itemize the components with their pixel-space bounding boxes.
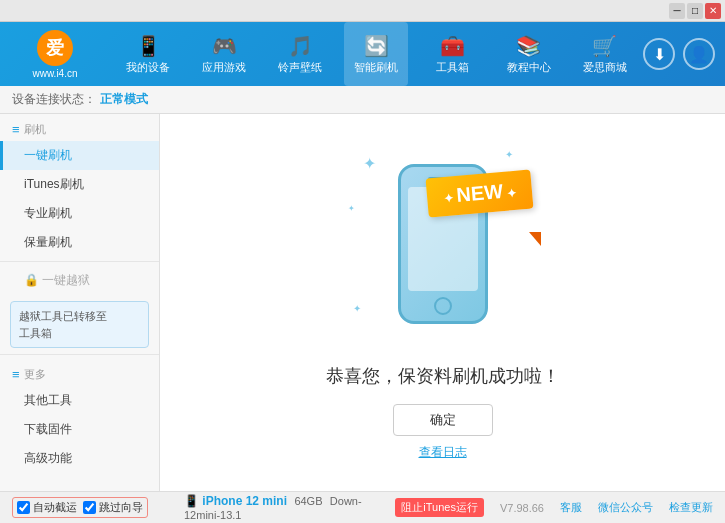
logo-area: 爱 www.i4.cn: [0, 22, 110, 86]
nav-label-tutorials: 教程中心: [507, 60, 551, 75]
update-link[interactable]: 检查更新: [669, 500, 713, 515]
nav-item-ringtones[interactable]: 🎵 铃声壁纸: [268, 22, 332, 86]
user-button[interactable]: 👤: [683, 38, 715, 70]
stop-itunes-button[interactable]: 阻止iTunes运行: [395, 498, 484, 517]
sidebar-label-advanced: 高级功能: [24, 451, 72, 465]
new-badge: NEW: [426, 169, 534, 217]
sidebar-item-download-firmware[interactable]: 下载固件: [0, 415, 159, 444]
success-text: 恭喜您，保资料刷机成功啦！: [326, 364, 560, 388]
more-section-title: ≡ 更多: [0, 359, 159, 386]
sidebar-label-itunes: iTunes刷机: [24, 177, 84, 191]
nav-label-smart-flash: 智能刷机: [354, 60, 398, 75]
logo-text: www.i4.cn: [32, 68, 77, 79]
bottom-bar: 自动截运 跳过向导 📱 iPhone 12 mini 64GB Down-12m…: [0, 491, 725, 523]
device-name: iPhone 12 mini: [202, 494, 287, 508]
status-label: 设备连接状态：: [12, 91, 96, 108]
sidebar-label-other-tools: 其他工具: [24, 393, 72, 407]
checkbox-area: 自动截运 跳过向导: [12, 497, 148, 518]
nav-item-apps-games[interactable]: 🎮 应用游戏: [192, 22, 256, 86]
header: 爱 www.i4.cn 📱 我的设备 🎮 应用游戏 🎵 铃声壁纸 🔄 智能刷机 …: [0, 22, 725, 86]
shop-icon: 🛒: [592, 34, 617, 58]
skip-wizard-checkbox[interactable]: [83, 501, 96, 514]
nav-item-my-device[interactable]: 📱 我的设备: [116, 22, 180, 86]
flash-section-title: ≡ 刷机: [0, 114, 159, 141]
nav-label-shop: 爱思商城: [583, 60, 627, 75]
status-bar: 设备连接状态： 正常模式: [0, 86, 725, 114]
nav-label-ringtones: 铃声壁纸: [278, 60, 322, 75]
bottom-right: 阻止iTunes运行 V7.98.66 客服 微信公众号 检查更新: [395, 498, 713, 517]
phone-home-button: [434, 297, 452, 315]
ringtones-icon: 🎵: [288, 34, 313, 58]
itunes-stop-area: 阻止iTunes运行: [395, 498, 484, 517]
sidebar-item-advanced[interactable]: 高级功能: [0, 444, 159, 473]
sidebar-divider-1: [0, 261, 159, 262]
flash-section-icon: ≡: [12, 122, 20, 137]
sidebar-item-pro-flash[interactable]: 专业刷机: [0, 199, 159, 228]
version-label: V7.98.66: [500, 502, 544, 514]
sidebar-label-save: 保量刷机: [24, 235, 72, 249]
header-right: ⬇ 👤: [643, 38, 725, 70]
skip-wizard-label: 跳过向导: [99, 500, 143, 515]
more-section-icon: ≡: [12, 367, 20, 382]
confirm-button[interactable]: 确定: [393, 404, 493, 436]
apps-games-icon: 🎮: [212, 34, 237, 58]
auto-transfer-checkbox[interactable]: [17, 501, 30, 514]
sidebar-label-one-click: 一键刷机: [24, 148, 72, 162]
jailbreak-label: 一键越狱: [42, 273, 90, 287]
sidebar-item-jailbreak-disabled: 🔒 一键越狱: [0, 266, 159, 295]
toolbox-icon: 🧰: [440, 34, 465, 58]
maximize-button[interactable]: □: [687, 3, 703, 19]
sparkle-4: ✦: [348, 204, 355, 213]
logo-icon: 爱: [37, 30, 73, 66]
sparkle-2: ✦: [505, 149, 513, 160]
download-button[interactable]: ⬇: [643, 38, 675, 70]
more-section-label: 更多: [24, 367, 46, 382]
tutorials-icon: 📚: [516, 34, 541, 58]
minimize-button[interactable]: ─: [669, 3, 685, 19]
main-area: ≡ 刷机 一键刷机 iTunes刷机 专业刷机 保量刷机 🔒 一键越狱 越狱工具…: [0, 114, 725, 491]
nav-item-toolbox[interactable]: 🧰 工具箱: [421, 22, 485, 86]
info-line1: 越狱工具已转移至: [19, 310, 107, 322]
nav-item-shop[interactable]: 🛒 爱思商城: [573, 22, 637, 86]
nav-label-toolbox: 工具箱: [436, 60, 469, 75]
nav-label-my-device: 我的设备: [126, 60, 170, 75]
info-line2: 工具箱: [19, 327, 52, 339]
ribbon-tail: [529, 232, 541, 246]
device-info: 📱 iPhone 12 mini 64GB Down-12mini-13.1: [172, 494, 395, 522]
nav-label-apps-games: 应用游戏: [202, 60, 246, 75]
sidebar-label-download-firmware: 下载固件: [24, 422, 72, 436]
sidebar-item-other-tools[interactable]: 其他工具: [0, 386, 159, 415]
my-device-icon: 📱: [136, 34, 161, 58]
phone-icon: 📱: [184, 494, 202, 508]
auto-transfer-label: 自动截运: [33, 500, 77, 515]
device-storage: 64GB: [294, 495, 322, 507]
sidebar-label-pro: 专业刷机: [24, 206, 72, 220]
nav-items: 📱 我的设备 🎮 应用游戏 🎵 铃声壁纸 🔄 智能刷机 🧰 工具箱 📚 教程中心…: [110, 22, 643, 86]
sparkle-1: ✦: [363, 154, 376, 173]
skip-wizard-checkbox-label[interactable]: 跳过向导: [83, 500, 143, 515]
close-button[interactable]: ✕: [705, 3, 721, 19]
center-area: ✦ ✦ ✦ ✦ NEW 恭喜您，保资料刷机成功啦！ 确定 查看日志: [160, 114, 725, 491]
sidebar-item-save-flash[interactable]: 保量刷机: [0, 228, 159, 257]
sidebar-divider-2: [0, 354, 159, 355]
nav-item-smart-flash[interactable]: 🔄 智能刷机: [344, 22, 408, 86]
sidebar-item-one-click-flash[interactable]: 一键刷机: [0, 141, 159, 170]
service-link[interactable]: 客服: [560, 500, 582, 515]
nav-item-tutorials[interactable]: 📚 教程中心: [497, 22, 561, 86]
wechat-link[interactable]: 微信公众号: [598, 500, 653, 515]
title-bar: ─ □ ✕: [0, 0, 725, 22]
smart-flash-icon: 🔄: [364, 34, 389, 58]
auto-transfer-checkbox-label[interactable]: 自动截运: [17, 500, 77, 515]
bottom-left: 自动截运 跳过向导: [12, 497, 172, 518]
flash-section-label: 刷机: [24, 122, 46, 137]
lock-icon: 🔒: [24, 273, 39, 287]
sidebar: ≡ 刷机 一键刷机 iTunes刷机 专业刷机 保量刷机 🔒 一键越狱 越狱工具…: [0, 114, 160, 491]
view-log-link[interactable]: 查看日志: [419, 444, 467, 461]
status-value: 正常模式: [100, 91, 148, 108]
phone-illustration: ✦ ✦ ✦ ✦ NEW: [343, 144, 543, 344]
sidebar-item-itunes-flash[interactable]: iTunes刷机: [0, 170, 159, 199]
sidebar-info-box: 越狱工具已转移至 工具箱: [10, 301, 149, 348]
sparkle-3: ✦: [353, 303, 361, 314]
